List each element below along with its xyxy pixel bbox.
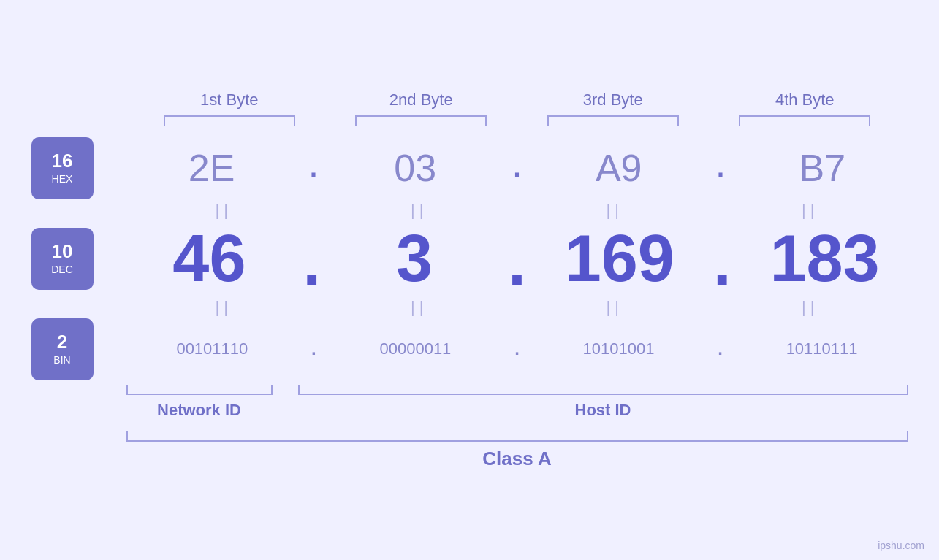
bin-dot-3: . bbox=[718, 339, 723, 359]
hex-val-4: B7 bbox=[749, 146, 895, 190]
bracket-top-2 bbox=[355, 115, 487, 126]
parallel-1-2: || bbox=[346, 201, 493, 220]
bin-badge-col: 2 BIN bbox=[31, 318, 126, 380]
bin-val-1: 00101110 bbox=[139, 340, 285, 358]
bin-row: 2 BIN 00101110 . 00000011 . 10101001 . 1… bbox=[31, 318, 908, 380]
top-brackets bbox=[134, 115, 901, 126]
bin-values-row: 00101110 . 00000011 . 10101001 . 1011011… bbox=[126, 339, 908, 359]
dec-badge: 10 DEC bbox=[31, 228, 94, 290]
hex-dot-2: . bbox=[513, 153, 520, 183]
hex-val-2: 03 bbox=[342, 146, 488, 190]
class-a-label: Class A bbox=[482, 448, 551, 470]
class-bracket bbox=[126, 431, 908, 442]
byte-header-4: 4th Byte bbox=[731, 91, 878, 110]
parallel-2-3: || bbox=[541, 298, 688, 317]
parallel-1-1: || bbox=[151, 201, 297, 220]
parallel-1-4: || bbox=[737, 201, 883, 220]
dec-dot-3: . bbox=[713, 225, 731, 300]
host-id-label: Host ID bbox=[298, 401, 908, 420]
host-bracket bbox=[298, 385, 908, 395]
network-bracket bbox=[126, 385, 273, 395]
byte-header-3: 3rd Byte bbox=[540, 91, 686, 110]
main-container: 1st Byte 2nd Byte 3rd Byte 4th Byte 16 H… bbox=[0, 0, 939, 560]
dec-values-row: 46 . 3 . 169 . 183 bbox=[126, 221, 908, 296]
bin-badge: 2 BIN bbox=[31, 318, 94, 380]
bin-badge-num: 2 bbox=[57, 332, 67, 351]
parallel-row-1: || || || || bbox=[31, 199, 908, 221]
hex-val-3: A9 bbox=[546, 146, 692, 190]
hex-values-row: 2E . 03 . A9 . B7 bbox=[126, 146, 908, 190]
dec-badge-label: DEC bbox=[51, 264, 73, 275]
parallel-2-2: || bbox=[346, 298, 493, 317]
hex-dot-1: . bbox=[310, 153, 317, 183]
dec-val-4: 183 bbox=[752, 221, 898, 296]
hex-badge: 16 HEX bbox=[31, 137, 94, 199]
bin-val-2: 00000011 bbox=[342, 340, 488, 358]
watermark: ipshu.com bbox=[878, 540, 924, 551]
parallel-row-2: || || || || bbox=[31, 296, 908, 318]
byte-header-2: 2nd Byte bbox=[348, 91, 494, 110]
dec-dot-1: . bbox=[303, 225, 321, 300]
class-bracket-container bbox=[31, 431, 908, 442]
hex-val-1: 2E bbox=[139, 146, 285, 190]
id-labels-row: Network ID Host ID bbox=[31, 401, 908, 420]
bin-val-3: 10101001 bbox=[546, 340, 692, 358]
bin-val-4: 10110111 bbox=[749, 340, 895, 358]
parallel-2-1: || bbox=[151, 298, 297, 317]
hex-badge-label: HEX bbox=[52, 173, 73, 185]
bottom-brackets-container bbox=[31, 385, 908, 395]
hex-dot-3: . bbox=[717, 153, 724, 183]
bin-dot-2: . bbox=[514, 339, 520, 359]
bin-dot-1: . bbox=[311, 339, 316, 359]
parallel-2-4: || bbox=[737, 298, 883, 317]
class-label-row: Class A bbox=[31, 448, 908, 470]
byte-headers-row: 1st Byte 2nd Byte 3rd Byte 4th Byte bbox=[134, 91, 901, 110]
network-id-label: Network ID bbox=[126, 401, 273, 420]
dec-val-2: 3 bbox=[341, 221, 487, 296]
hex-row: 16 HEX 2E . 03 . A9 . B7 bbox=[31, 137, 908, 199]
bracket-top-1 bbox=[164, 115, 295, 126]
dec-row: 10 DEC 46 . 3 . 169 . 183 bbox=[31, 221, 908, 296]
bin-badge-label: BIN bbox=[53, 354, 70, 366]
parallel-1-3: || bbox=[541, 201, 688, 220]
byte-header-1: 1st Byte bbox=[156, 91, 303, 110]
hex-badge-num: 16 bbox=[52, 151, 73, 170]
dec-badge-col: 10 DEC bbox=[31, 228, 126, 290]
bracket-top-4 bbox=[739, 115, 870, 126]
dec-val-3: 169 bbox=[547, 221, 693, 296]
dec-dot-2: . bbox=[508, 225, 526, 300]
hex-badge-col: 16 HEX bbox=[31, 137, 126, 199]
bracket-top-3 bbox=[547, 115, 679, 126]
dec-val-1: 46 bbox=[136, 221, 282, 296]
dec-badge-num: 10 bbox=[52, 242, 73, 261]
